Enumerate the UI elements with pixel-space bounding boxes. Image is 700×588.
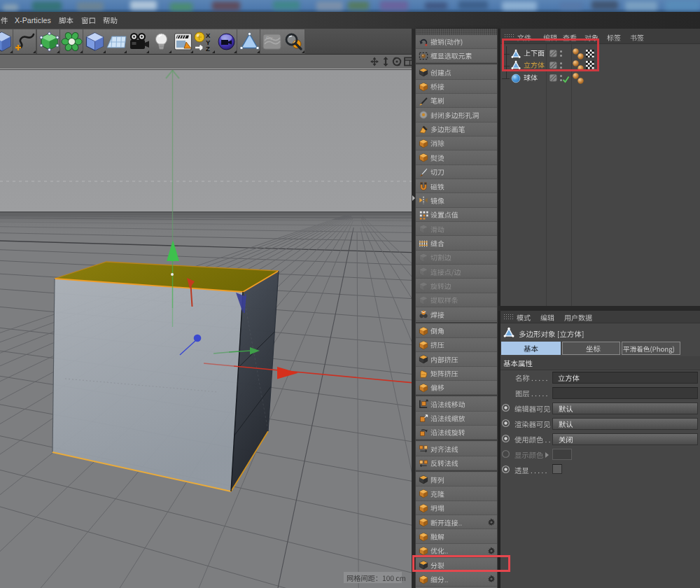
- svg-text:Cry: Cry: [266, 36, 272, 40]
- svg-text:Z: Z: [206, 45, 210, 52]
